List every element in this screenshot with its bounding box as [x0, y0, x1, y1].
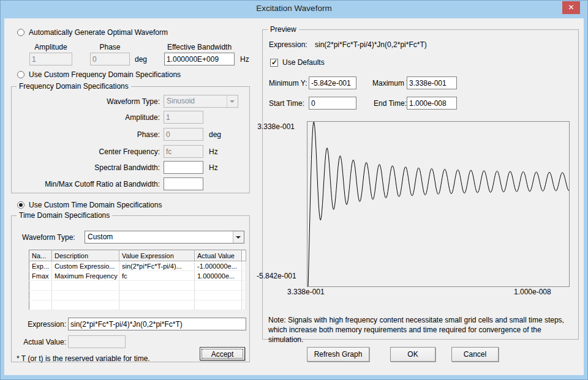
cell-description[interactable]: Maximum Frequency — [52, 271, 119, 281]
cell-name[interactable]: Fmax — [29, 271, 52, 281]
radio-icon[interactable] — [17, 29, 24, 36]
minimum-y-label: Minimum Y: — [269, 79, 307, 88]
phase-field — [90, 53, 130, 65]
hz-unit-label: Hz — [209, 163, 218, 172]
y-axis-max-tick-label: 3.338e-001 — [257, 122, 295, 131]
waveform-type-label: Waveform Type: — [13, 97, 164, 106]
deg-unit-label: deg — [209, 130, 221, 139]
expression-field[interactable] — [68, 318, 246, 330]
amplitude-field — [29, 53, 72, 65]
table-row[interactable]: Exp... Custom Expressio... sin(2*pi*Fc*T… — [29, 261, 246, 271]
hz-unit-label: Hz — [209, 147, 218, 156]
start-time-field[interactable] — [309, 97, 356, 110]
waveform-plot — [307, 121, 570, 287]
ok-button[interactable]: OK — [390, 347, 435, 362]
waveform-type-combo-time[interactable]: Custom — [85, 231, 244, 244]
preview-group: Preview Expression: sin(2*pi*Fc*T-pi/4)*… — [262, 29, 579, 340]
table-empty-row — [29, 291, 246, 300]
column-header-name[interactable]: Na... — [29, 250, 52, 261]
preview-group-title: Preview — [268, 25, 299, 34]
expression-label: Expression: — [14, 320, 66, 329]
fd-phase-field — [164, 128, 203, 141]
time-domain-group: Time Domain Specifications Waveform Type… — [11, 215, 250, 362]
fd-amplitude-label: Amplitude: — [13, 113, 164, 122]
table-empty-row — [29, 281, 246, 291]
radio-custom-time-label: Use Custom Time Domain Specifications — [29, 201, 162, 209]
table-scroll-gutter — [242, 250, 246, 261]
amplitude-label: Amplitude — [29, 43, 72, 51]
actual-value-label: Actual Value: — [14, 338, 66, 346]
maximum-y-field[interactable] — [407, 76, 457, 89]
waveform-curve — [307, 122, 569, 286]
x-axis-left-tick-label: 3.338e-001 — [287, 288, 325, 296]
frequency-domain-group: Frequency Domain Specifications Waveform… — [11, 86, 250, 193]
excitation-waveform-dialog: Excitation Waveform ✕ Automatically Gene… — [0, 0, 588, 380]
title-bar[interactable]: Excitation Waveform ✕ — [0, 0, 588, 18]
use-defaults-label: Use Defaults — [282, 58, 325, 67]
accept-button[interactable]: Accept — [200, 347, 245, 360]
refresh-graph-button[interactable]: Refresh Graph — [307, 347, 369, 362]
spectral-bandwidth-field[interactable] — [164, 161, 203, 174]
hz-unit-label: Hz — [240, 55, 249, 64]
waveform-type-combo-frequency: Sinusoid — [164, 95, 238, 108]
preview-expression-value: sin(2*pi*Fc*T-pi/4)*Jn(0,2*pi*Fc*T) — [315, 40, 427, 49]
table-row[interactable]: Fmax Maximum Frequency fc 1.000000e... — [29, 271, 246, 281]
column-header-actual-value[interactable]: Actual Value — [195, 250, 242, 261]
time-domain-group-title: Time Domain Specifications — [17, 211, 112, 220]
deg-unit-label: deg — [135, 55, 147, 64]
cell-actual-value[interactable]: -1.000000e... — [195, 261, 242, 271]
cancel-button[interactable]: Cancel — [451, 347, 499, 362]
frequency-domain-group-title: Frequency Domain Specifications — [17, 82, 131, 91]
center-frequency-field — [164, 145, 203, 158]
end-time-field[interactable] — [407, 97, 457, 110]
cell-name[interactable]: Exp... — [29, 261, 52, 271]
chevron-down-icon — [227, 95, 238, 107]
close-icon: ✕ — [568, 3, 574, 12]
table-scroll-gutter — [242, 271, 246, 281]
phase-label: Phase — [90, 43, 130, 51]
preview-expression-label: Expression: — [269, 40, 307, 49]
center-frequency-label: Center Frequency: — [13, 147, 164, 156]
chevron-down-icon[interactable] — [233, 231, 244, 243]
radio-icon[interactable] — [17, 71, 24, 78]
actual-value-field — [68, 335, 126, 348]
close-button[interactable]: ✕ — [562, 1, 580, 14]
start-time-label: Start Time: — [269, 99, 304, 108]
waveform-type-value: Sinusoid — [164, 95, 227, 107]
fd-amplitude-field — [164, 111, 203, 124]
dialog-body: Automatically Generate Optimal Waveform … — [4, 18, 584, 375]
table-empty-row — [29, 300, 246, 310]
radio-auto-generate[interactable]: Automatically Generate Optimal Waveform — [17, 28, 168, 37]
table-scroll-gutter — [242, 261, 246, 271]
td-waveform-type-label: Waveform Type: — [22, 233, 75, 242]
end-time-label: End Time: — [374, 99, 407, 108]
cell-description[interactable]: Custom Expressio... — [52, 261, 119, 271]
radio-custom-time[interactable]: Use Custom Time Domain Specifications — [17, 201, 162, 209]
time-variable-footnote: * T (or t) is the reserved variable for … — [17, 354, 150, 363]
cutoff-ratio-field[interactable] — [164, 177, 203, 190]
y-axis-min-tick-label: -5.842e-001 — [257, 272, 295, 280]
x-axis-right-tick-label: 1.000e-008 — [514, 288, 551, 296]
radio-custom-frequency[interactable]: Use Custom Frequency Domain Specificatio… — [17, 70, 181, 79]
fd-phase-label: Phase: — [13, 130, 164, 139]
effective-bandwidth-field[interactable] — [164, 53, 235, 65]
dialog-title: Excitation Waveform — [0, 0, 588, 18]
cutoff-ratio-label: Min/Max Cutoff Ratio at Bandwidth: — [13, 180, 164, 188]
high-frequency-note: Note: Signals with high frequency conten… — [268, 315, 578, 345]
cell-value-expression[interactable]: sin(2*pi*Fc*T-pi/4)... — [119, 261, 195, 271]
use-defaults-checkbox-row[interactable]: Use Defaults — [270, 58, 325, 67]
column-header-value-expression[interactable]: Value Expression — [119, 250, 195, 261]
effective-bandwidth-label: Effective Bandwidth — [164, 43, 235, 51]
minimum-y-field[interactable] — [309, 76, 356, 89]
spectral-bandwidth-label: Spectral Bandwidth: — [13, 163, 164, 172]
cell-actual-value[interactable]: 1.000000e... — [195, 271, 242, 281]
radio-custom-frequency-label: Use Custom Frequency Domain Specificatio… — [29, 70, 181, 79]
parameters-table[interactable]: Na... Description Value Expression Actua… — [29, 250, 246, 310]
checkbox-checked-icon[interactable] — [270, 59, 278, 67]
table-header-row[interactable]: Na... Description Value Expression Actua… — [29, 250, 246, 261]
cell-value-expression[interactable]: fc — [119, 271, 195, 281]
radio-selected-icon[interactable] — [17, 201, 24, 209]
waveform-type-value: Custom — [85, 231, 233, 243]
radio-auto-generate-label: Automatically Generate Optimal Waveform — [29, 28, 168, 37]
column-header-description[interactable]: Description — [52, 250, 119, 261]
